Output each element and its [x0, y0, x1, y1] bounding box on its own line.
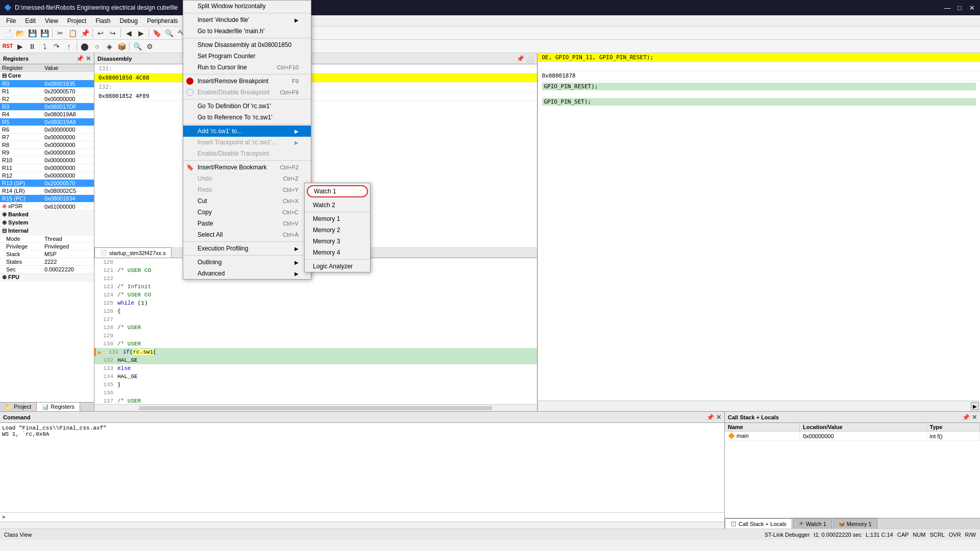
toolbar-open[interactable]: 📂	[14, 28, 26, 39]
ctx-goto-def[interactable]: Go To Definition Of 'rc.sw1'	[183, 101, 311, 112]
ctx-show-disasm-label: Show Disassembly at 0x08001850	[198, 41, 291, 48]
btab-memory1[interactable]: 📦 Memory 1	[833, 518, 877, 529]
debug-bp[interactable]: ⬤	[79, 41, 90, 52]
disassembly-title: Disassembly	[97, 56, 132, 62]
registers-scroll[interactable]: Register Value ⊟ Core R0 0x08001835	[0, 64, 94, 402]
disassembly-header: Disassembly 📌 ⬜	[94, 53, 537, 64]
toolbar-debug: RST ▶ ⏸ ⤵ ↷ ↑ ⬤ ○ ◈ 📦 🔍 ⚙	[0, 40, 980, 53]
close-panel-icon[interactable]: ✕	[86, 55, 91, 62]
submenu-memory2[interactable]: Memory 2	[305, 224, 370, 236]
btab-watch1[interactable]: 👁 Watch 1	[793, 518, 832, 529]
toolbar-paste[interactable]: 📌	[79, 28, 90, 39]
ctx-copy-shortcut: Ctrl+C	[282, 209, 298, 215]
toolbar-bookmark[interactable]: 🔖	[151, 28, 162, 39]
menu-peripherals[interactable]: Peripherals	[143, 16, 182, 26]
tab-registers[interactable]: 📊 Registers	[37, 403, 80, 411]
ctx-outlining[interactable]: Outlining ▶	[183, 257, 311, 268]
ctx-select-all[interactable]: Select All Ctrl+A	[183, 229, 311, 240]
menu-edit[interactable]: Edit	[21, 16, 40, 26]
ctx-paste[interactable]: Paste Ctrl+V	[183, 218, 311, 229]
debug-step-over[interactable]: ↷	[51, 41, 62, 52]
debug-zoom[interactable]: 🔍	[132, 41, 143, 52]
code-tab-startup[interactable]: 📄 startup_stm32f427xx.s	[94, 247, 172, 258]
ctx-set-pc[interactable]: Set Program Counter	[183, 51, 311, 62]
ctx-cut[interactable]: Cut Ctrl+X	[183, 195, 311, 207]
pin-icon[interactable]: 📌	[76, 55, 84, 62]
callstack-close-icon[interactable]: ✕	[972, 414, 977, 421]
callstack-tab-icon: 📋	[730, 521, 737, 527]
toolbar-redo[interactable]: ↪	[107, 28, 118, 39]
ctx-copy[interactable]: Copy Ctrl+C	[183, 207, 311, 218]
command-input[interactable]	[8, 514, 722, 520]
debug-step-in[interactable]: ⤵	[39, 41, 50, 52]
ctx-insert-include[interactable]: Insert '#include file' ▶	[183, 14, 311, 26]
callstack-content[interactable]: Name Location/Value Type 🔶 main 0x000000…	[725, 423, 980, 518]
ctx-insert-bp[interactable]: Insert/Remove Breakpoint F9	[183, 76, 311, 87]
command-hscrollbar[interactable]	[0, 521, 724, 529]
toolbar-back[interactable]: ◀	[123, 28, 134, 39]
reg-name-r1: R1	[0, 88, 42, 95]
debug-run[interactable]: ▶	[14, 41, 26, 52]
debug-step-out[interactable]: ↑	[63, 41, 75, 52]
ctx-show-disasm[interactable]: Show Disassembly at 0x08001850	[183, 39, 311, 51]
callstack-pin-icon[interactable]: 📌	[962, 414, 970, 421]
ctx-enable-bp-shortcut: Ctrl+F9	[280, 89, 298, 95]
toolbar-cut[interactable]: ✂	[55, 28, 66, 39]
debug-clear-bp[interactable]: ◈	[104, 41, 115, 52]
disassembly-expand-icon[interactable]: ⬜	[526, 55, 534, 62]
close-button[interactable]: ✕	[968, 4, 976, 12]
ctx-add-to[interactable]: Add 'rc.sw1' to... ▶	[183, 126, 311, 137]
submenu-memory4[interactable]: Memory 4	[305, 247, 370, 258]
toolbar-save[interactable]: 💾	[27, 28, 38, 39]
callstack-tab-label: Call Stack + Locals	[739, 521, 787, 527]
app-icon: 🔷	[4, 4, 12, 11]
debug-halt[interactable]: ⏸	[27, 41, 38, 52]
disassembly-pin-icon[interactable]: 📌	[517, 55, 524, 62]
submenu-memory3[interactable]: Memory 3	[305, 236, 370, 247]
ctx-exec-profiling[interactable]: Execution Profiling ▶	[183, 243, 311, 254]
menu-flash[interactable]: Flash	[91, 16, 114, 26]
source-rest[interactable]: GPIO_PIN_RESET); GPIO_PIN_SET);	[538, 81, 981, 400]
callstack-row-main: 🔶 main 0x00000000 int f()	[725, 432, 980, 441]
asm-line-current: 0x08001850 4C08	[94, 73, 537, 83]
hscroll-thumb[interactable]	[139, 406, 493, 410]
debug-mem[interactable]: 📦	[116, 41, 127, 52]
toolbar-undo[interactable]: ↩	[95, 28, 106, 39]
minimize-button[interactable]: —	[943, 4, 951, 12]
submenu-watch2[interactable]: Watch 2	[305, 199, 370, 211]
code-editor[interactable]: 120 121 /* USER CO 122 123 /* Infinit 12…	[94, 258, 537, 404]
ctx-goto-ref[interactable]: Go to Reference To 'rc.sw1'	[183, 112, 311, 123]
debug-bp2[interactable]: ○	[91, 41, 103, 52]
menu-file[interactable]: File	[2, 16, 20, 26]
toolbar-copy[interactable]: 📋	[67, 28, 78, 39]
submenu-memory1[interactable]: Memory 1	[305, 213, 370, 224]
command-pin-icon[interactable]: 📌	[706, 414, 714, 421]
toolbar-save-all[interactable]: 💾	[39, 28, 50, 39]
scroll-right-btn[interactable]: ▶	[971, 402, 979, 410]
ctx-insert-bm[interactable]: 🔖 Insert/Remove Bookmark Ctrl+F2	[183, 162, 311, 173]
btab-callstack[interactable]: 📋 Call Stack + Locals	[725, 518, 792, 529]
toolbar-new[interactable]: 📄	[2, 28, 13, 39]
asm-addr-2: 0x08001852 4F09	[99, 93, 149, 99]
callstack-bottom-tabs: 📋 Call Stack + Locals 👁 Watch 1 📦 Memory…	[725, 518, 980, 529]
toolbar-forward[interactable]: ▶	[135, 28, 146, 39]
debug-reset[interactable]: RST	[2, 41, 13, 52]
ctx-run-cursor[interactable]: Run to Cursor line Ctrl+F10	[183, 62, 311, 73]
command-close-icon[interactable]: ✕	[716, 414, 721, 421]
menu-project[interactable]: Project	[63, 16, 90, 26]
maximize-button[interactable]: □	[955, 4, 964, 12]
code-hscrollbar[interactable]	[94, 404, 537, 411]
debug-settings[interactable]: ⚙	[144, 41, 155, 52]
ctx-go-header[interactable]: Go to Headerfile 'main.h'	[183, 26, 311, 37]
reg-value-r7: 0x00000000	[42, 134, 94, 141]
toolbar-find[interactable]: 🔍	[163, 28, 175, 39]
ctx-enable-tp-label: Enable/Disable Tracepoint	[198, 150, 269, 157]
menu-debug[interactable]: Debug	[116, 16, 142, 26]
submenu-logic-analyzer[interactable]: Logic Analyzer	[305, 261, 370, 272]
submenu-watch1[interactable]: Watch 1	[307, 185, 368, 197]
ctx-split-window[interactable]: Split Window horizontally	[183, 1, 311, 12]
source-blank-line	[538, 62, 981, 71]
ctx-advanced[interactable]: Advanced ▶	[183, 268, 311, 279]
menu-view[interactable]: View	[41, 16, 62, 26]
tab-project[interactable]: 📁 Project	[0, 403, 37, 411]
